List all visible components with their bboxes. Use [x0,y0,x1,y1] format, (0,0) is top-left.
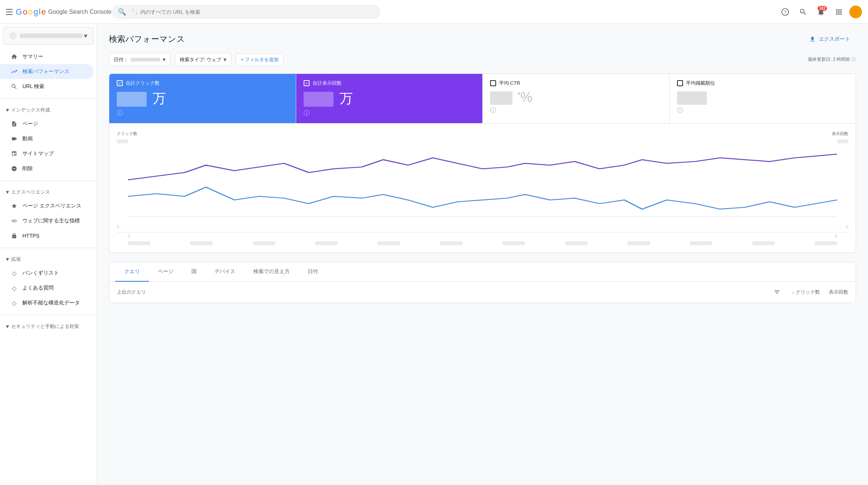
x-label-7 [502,241,525,245]
sidebar-item-url-inspection[interactable]: URL 検索 [0,79,94,94]
page-header: 検索パフォーマンス エクスポート [109,33,856,46]
sidebar-item-core-vitals[interactable]: ウェブに関する主な指標 [0,213,94,228]
search-bar[interactable]: 🔍 [112,5,380,19]
chart-icon [10,68,18,75]
ctr-help-icon[interactable]: ⓘ [490,107,496,115]
table-col-query: 上位のクエリ [117,289,146,295]
sidebar-item-sitemap[interactable]: サイトマップ [0,146,94,161]
sidebar-item-page-experience[interactable]: ページ エクスペリエンス [0,198,94,213]
sidebar-item-videos[interactable]: 動画 [0,131,94,146]
x-label-10 [690,241,712,245]
chart-y-label-left: クリック数 [117,131,137,137]
sidebar-item-structured-data[interactable]: ◇ 解析不能な構造化データ [0,295,94,310]
tab-country[interactable]: 国 [182,262,206,282]
diamond-icon-3: ◇ [10,299,18,307]
sidebar-item-https[interactable]: HTTPS [0,228,94,243]
search-type-label: 検索タイプ: ウェブ [180,56,221,63]
tabs-bar: クエリ ページ 国 デバイス 検索での見え方 日付 [109,262,856,282]
metric-footer-position: ⓘ [677,107,849,115]
x-label-8 [565,241,587,245]
table-filter-button[interactable] [771,286,783,298]
export-icon [809,36,816,43]
tab-label-device: デバイス [214,268,235,274]
search-type-filter[interactable]: 検索タイプ: ウェブ ▾ [175,53,231,66]
zero-right: 0 [835,234,837,238]
clicks-help-icon[interactable]: ⓘ [117,109,123,117]
main-layout: ▾ サマリー 検索パフォーマンス URL 検索 [0,24,868,485]
sidebar-item-removal[interactable]: 削除 [0,161,94,176]
account-search-icon [799,8,807,16]
last-updated-help-icon[interactable]: ⓘ [852,56,856,63]
section-header-enhancements[interactable]: ▾ 拡張 [0,253,97,266]
divider-4 [0,315,97,315]
search-input[interactable] [130,9,375,15]
metric-cards: 合計クリック数 万 ⓘ 合計表示回数 万 [109,73,856,123]
add-filter-button[interactable]: + フィルタを追加 [236,53,283,66]
ctr-checkbox[interactable] [490,80,496,86]
sidebar-item-label-sitemap: サイトマップ [22,150,54,157]
metric-name-clicks: 合計クリック数 [126,80,160,87]
y-label-right-top [837,140,848,143]
page-title: 検索パフォーマンス [109,34,185,45]
metric-card-impressions[interactable]: 合計表示回数 万 ⓘ [296,74,483,123]
sitemap-icon [10,150,18,157]
sidebar-item-summary[interactable]: サマリー [0,49,94,64]
chevron-icon-2: ▾ [6,188,9,195]
tab-page[interactable]: ページ [149,262,182,282]
sidebar-item-label-faq: よくある質問 [22,285,54,291]
sidebar-item-faq[interactable]: ◇ よくある質問 [0,281,94,295]
metric-name-position: 平均掲載順位 [686,80,715,87]
chart-area: 0 0 [117,140,848,229]
impressions-checkbox[interactable] [304,80,310,86]
position-checkbox[interactable] [677,80,683,86]
section-header-experience[interactable]: ▾ エクスペリエンス [0,185,97,198]
tab-date[interactable]: 日付 [299,262,327,282]
section-header-security[interactable]: ▾ セキュリティと手動による対策 [0,320,97,333]
date-filter[interactable]: 日付： ▾ [109,53,170,66]
table-col-clicks[interactable]: ↓ クリック数 [792,289,820,295]
export-button[interactable]: エクスポート [803,33,856,46]
apps-icon [835,8,843,16]
remove-icon [10,165,18,172]
section-header-index[interactable]: ▾ インデックス作成 [0,103,97,116]
avatar[interactable] [849,6,862,18]
x-label-12 [815,241,837,245]
tab-device[interactable]: デバイス [206,262,244,282]
sidebar-item-search-performance[interactable]: 検索パフォーマンス [0,64,94,79]
account-search-button[interactable] [796,4,811,19]
notifications-badge: 102 [818,6,827,11]
chart-container: クリック数 表示回数 0 0 [109,123,856,253]
tab-label-query: クエリ [124,268,140,274]
y-label-left-bottom: 0 [117,225,128,229]
sidebar-item-breadcrumb[interactable]: ◇ パンくずリスト [0,266,94,281]
notifications-button[interactable]: 102 [814,4,828,19]
chart-labels: クリック数 表示回数 [117,131,848,137]
tab-query[interactable]: クエリ [115,262,149,282]
tab-search-appearance[interactable]: 検索での見え方 [244,262,299,282]
metric-value-ctr: '% [490,90,662,105]
table-col-impressions[interactable]: 表示回数 [829,289,848,295]
tabs-container: クエリ ページ 国 デバイス 検索での見え方 日付 [109,262,856,303]
divider-1 [0,98,97,99]
impressions-help-icon[interactable]: ⓘ [304,109,310,117]
metric-card-clicks[interactable]: 合計クリック数 万 ⓘ [109,74,296,123]
site-selector[interactable]: ▾ [3,27,94,45]
help-icon: ? [781,8,789,16]
metric-card-ctr[interactable]: 平均 CTR '% ⓘ [483,74,670,123]
last-updated-text: 最終更新日: 2 時間前 [808,56,850,63]
sidebar-item-label-breadcrumb: パンくずリスト [22,270,59,276]
app-title: Google Search Console [48,9,112,15]
metric-card-position[interactable]: 平均掲載順位 ⓘ [670,74,856,123]
sidebar-item-pages[interactable]: ページ [0,116,94,131]
site-favicon [9,32,17,40]
date-filter-chevron-icon: ▾ [163,56,166,63]
url-search-icon [10,83,18,90]
x-label-1 [128,241,150,245]
section-label-enhancements: 拡張 [11,256,21,263]
apps-button[interactable] [831,4,846,19]
clicks-checkbox[interactable] [117,80,123,86]
hamburger-button[interactable] [6,4,13,19]
sidebar-item-label-core-vitals: ウェブに関する主な指標 [22,218,80,224]
position-help-icon[interactable]: ⓘ [677,107,683,115]
help-button[interactable]: ? [778,4,793,19]
